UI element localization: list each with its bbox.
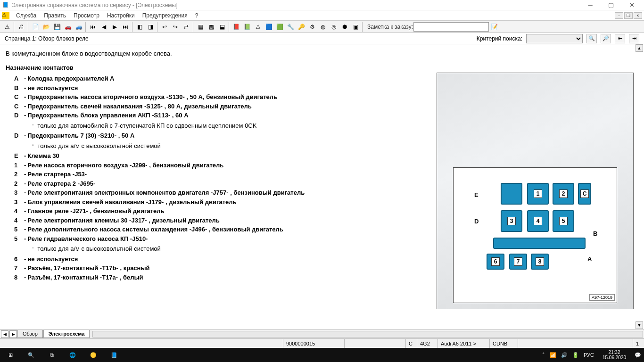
last-icon[interactable]: ⏭ xyxy=(120,22,131,32)
save-icon[interactable]: 💾 xyxy=(52,22,62,32)
relay-1: 1 xyxy=(527,183,549,205)
note-input[interactable] xyxy=(413,22,489,32)
toolbar-btn-26[interactable]: ◍ xyxy=(318,22,328,32)
search-label: Критерий поиска: xyxy=(477,35,522,42)
label-D: D xyxy=(474,218,479,225)
chrome-icon[interactable]: 🟡 xyxy=(83,348,104,362)
toolbar-btn-21[interactable]: 🟦 xyxy=(264,22,274,32)
relay-3: 3 xyxy=(501,210,522,232)
close-button[interactable]: ✕ xyxy=(621,0,642,10)
search-next-icon[interactable]: 🔎 xyxy=(601,34,611,43)
menu-service[interactable]: Служба xyxy=(12,11,40,20)
battery-icon[interactable]: 🔋 xyxy=(572,352,579,358)
toolbar-btn-11[interactable]: ◨ xyxy=(145,22,156,32)
lang-indicator[interactable]: РУС xyxy=(584,352,594,358)
start-button[interactable]: ⊞ xyxy=(0,348,21,362)
toolbar-btn-13[interactable]: ↪ xyxy=(170,22,181,32)
maximize-button[interactable]: ▢ xyxy=(601,0,621,10)
toolbar-btn-25[interactable]: ⚙ xyxy=(307,22,317,32)
taskview-icon[interactable]: ⧉ xyxy=(41,348,62,362)
search-select[interactable] xyxy=(526,34,583,43)
toolbar-btn-23[interactable]: 🔧 xyxy=(285,22,296,32)
toolbar: ⚠ 🖨 📄 📂 💾 🚗 🚙 ⏮ ◀ ▶ ⏭ ◧ ◨ ↩ ↪ ⇄ ▦ ▩ ⬓ 📕 … xyxy=(0,21,644,33)
clock[interactable]: 21:32 15.06.2020 xyxy=(599,350,630,360)
search-prev-icon[interactable]: 🔍 xyxy=(586,34,597,43)
toolbar-btn-14[interactable]: ⇄ xyxy=(181,22,191,32)
toolbar-btn-17[interactable]: ⬓ xyxy=(217,22,227,32)
toolbar-btn-29[interactable]: ▣ xyxy=(350,22,361,32)
menu-settings[interactable]: Настройки xyxy=(103,11,139,20)
toolbar-btn-24[interactable]: 🔑 xyxy=(296,22,306,32)
status-engine: CDNB xyxy=(489,339,518,348)
relay-E xyxy=(501,183,522,205)
status-page: 1 xyxy=(633,339,644,348)
relay-7: 7 xyxy=(509,254,527,270)
prev-icon[interactable]: ◀ xyxy=(99,22,109,32)
note-label: Заметка к заказу: xyxy=(367,24,413,30)
status-model: Audi A6 2011 > xyxy=(438,339,489,348)
next-icon[interactable]: ▶ xyxy=(109,22,120,32)
menu-edit[interactable]: Править xyxy=(40,11,70,20)
tab-nav-prev[interactable]: ▶ xyxy=(9,330,17,338)
collapse-left-icon[interactable]: ⇤ xyxy=(615,34,625,43)
tab-wiring[interactable]: Электросхема xyxy=(43,330,90,338)
notifications-icon[interactable]: 💬 xyxy=(635,352,641,358)
wifi-icon[interactable]: 📶 xyxy=(550,352,556,358)
tab-overview[interactable]: Обзор xyxy=(17,330,43,338)
content-area: ▲ ▼ В коммутационном блоке в водоотводящ… xyxy=(0,44,644,329)
volume-icon[interactable]: 🔊 xyxy=(561,352,568,358)
status-c: C xyxy=(405,339,417,348)
horizontal-scrollbar[interactable] xyxy=(92,331,643,337)
intro-text: В коммутационном блоке в водоотводящем к… xyxy=(6,49,638,58)
mdi-restore-button[interactable]: ❐ xyxy=(624,12,633,19)
toolbar-btn-1[interactable]: ⚠ xyxy=(2,22,12,32)
toolbar-btn-10[interactable]: ◧ xyxy=(134,22,145,32)
new-doc-icon[interactable]: 📄 xyxy=(30,22,41,32)
tab-nav-first[interactable]: ◀ xyxy=(1,330,8,338)
car2-icon[interactable]: 🚙 xyxy=(74,22,84,32)
diagram-panel: 1 2 C 3 4 5 6 7 8 E D B A A97-12019 xyxy=(437,73,634,309)
menubar: ⚠ Служба Править Просмотр Настройки Пред… xyxy=(0,10,644,21)
windows-taskbar: ⊞ 🔍 ⧉ 🌐 🟡 📘 ˄ 📶 🔊 🔋 РУС 21:32 15.06.2020… xyxy=(0,348,644,362)
book2-icon[interactable]: 📗 xyxy=(242,22,252,32)
status-model-code: 4G2 xyxy=(417,339,438,348)
scroll-down-button[interactable]: ▼ xyxy=(636,321,643,329)
toolbar-btn-28[interactable]: ⬢ xyxy=(339,22,350,32)
scroll-up-button[interactable]: ▲ xyxy=(636,44,643,52)
toolbar-btn-12[interactable]: ↩ xyxy=(159,22,170,32)
mdi-minimize-button[interactable]: - xyxy=(615,12,623,19)
minimize-button[interactable]: ─ xyxy=(580,0,601,10)
menu-warnings[interactable]: Предупреждения xyxy=(139,11,191,20)
app-taskbar-icon[interactable]: 📘 xyxy=(104,348,124,362)
relay-8: 8 xyxy=(531,254,549,270)
relay-strip xyxy=(493,238,586,249)
first-icon[interactable]: ⏮ xyxy=(88,22,98,32)
relay-4: 4 xyxy=(527,210,549,232)
print-icon[interactable]: 🖨 xyxy=(16,22,26,32)
mdi-close-button[interactable]: × xyxy=(634,12,642,19)
collapse-right-icon[interactable]: ⇥ xyxy=(629,34,639,43)
diagram-serial: A97-12019 xyxy=(589,294,615,301)
menu-view[interactable]: Просмотр xyxy=(70,11,103,20)
relay-6: 6 xyxy=(487,254,504,270)
menu-help[interactable]: ? xyxy=(191,11,202,20)
toolbar-btn-27[interactable]: ◎ xyxy=(329,22,339,32)
tray-up-icon[interactable]: ˄ xyxy=(542,352,545,358)
edge-icon[interactable]: 🌐 xyxy=(62,348,83,362)
section-title: Назначение контактов xyxy=(6,63,638,73)
diagram-inset: 1 2 C 3 4 5 6 7 8 E D B A A97-12019 xyxy=(453,167,617,303)
relay-2: 2 xyxy=(553,183,574,205)
toolbar-btn-22[interactable]: 🟩 xyxy=(274,22,285,32)
search-taskbar-icon[interactable]: 🔍 xyxy=(21,348,41,362)
warning-icon: ⚠ xyxy=(2,12,9,19)
warn2-icon[interactable]: ⚠ xyxy=(253,22,263,32)
subbar: Страница 1: Обзор блоков реле Критерий п… xyxy=(0,33,644,44)
relay-5: 5 xyxy=(553,210,574,232)
note-edit-icon[interactable]: 📝 xyxy=(489,22,500,32)
book-icon[interactable]: 📕 xyxy=(231,22,241,32)
status-order: 9000000015 xyxy=(283,339,344,348)
open-doc-icon[interactable]: 📂 xyxy=(41,22,51,32)
car-icon[interactable]: 🚗 xyxy=(63,22,73,32)
toolbar-btn-16[interactable]: ▩ xyxy=(206,22,216,32)
toolbar-btn-15[interactable]: ▦ xyxy=(195,22,206,32)
